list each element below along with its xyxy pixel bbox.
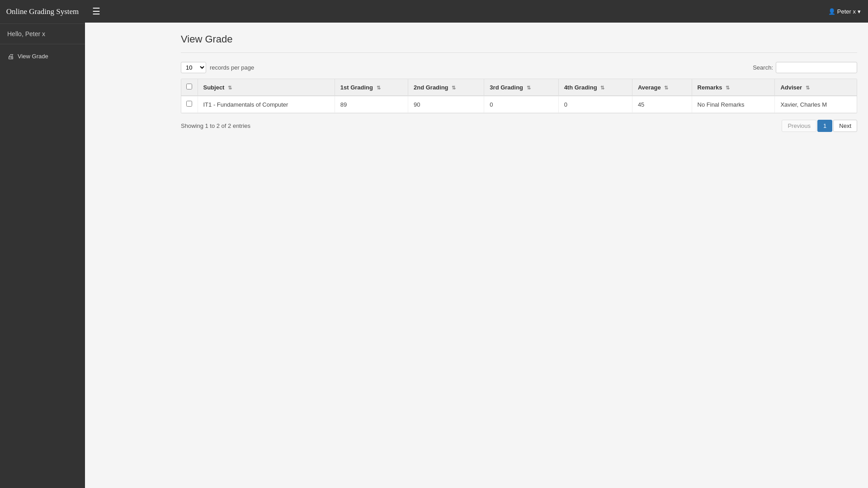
records-per-page-group: 10 25 50 100 records per page [181,62,254,73]
search-input[interactable] [776,62,857,73]
page-title: View Grade [181,33,857,45]
select-all-checkbox[interactable] [186,84,192,89]
sort-icon-grading4: ⇅ [600,85,604,90]
col-grading2-label: 2nd Grading [414,84,448,91]
cell-average: 45 [632,96,692,113]
col-subject[interactable]: Subject ⇅ [198,79,335,96]
table-body: IT1 - Fundamentals of Computer 89 90 0 0… [181,96,857,113]
row-checkbox[interactable] [186,101,192,107]
cell-subject: IT1 - Fundamentals of Computer [198,96,335,113]
col-grading3-label: 3rd Grading [490,84,523,91]
sort-icon-grading2: ⇅ [452,85,456,90]
col-grading2[interactable]: 2nd Grading ⇅ [408,79,484,96]
next-button[interactable]: Next [833,120,857,132]
sidebar: Online Grading System Hello, Peter x 🖨 V… [0,0,85,488]
sort-icon-average: ⇅ [664,85,668,90]
cell-grading3: 0 [484,96,558,113]
table-row: IT1 - Fundamentals of Computer 89 90 0 0… [181,96,857,113]
sidebar-greeting: Hello, Peter x [0,24,85,44]
col-adviser-label: Adviser [780,84,802,91]
pagination-showing: Showing 1 to 2 of 2 entries [181,122,250,129]
sort-icon-grading1: ⇅ [377,85,381,90]
col-remarks[interactable]: Remarks ⇅ [692,79,775,96]
sort-icon-grading3: ⇅ [527,85,531,90]
page-divider [181,52,857,53]
topbar: ☰ 👤 Peter x ▾ [85,0,868,23]
brand-logo: Online Grading System [0,0,85,24]
sidebar-item-view-grade[interactable]: 🖨 View Grade [0,48,85,65]
sort-icon-subject: ⇅ [228,85,232,90]
col-subject-label: Subject [203,84,225,91]
col-grading1-label: 1st Grading [340,84,373,91]
user-icon: 👤 [828,8,835,15]
search-group: Search: [753,62,857,73]
col-grading4[interactable]: 4th Grading ⇅ [558,79,632,96]
cell-grading2: 90 [408,96,484,113]
records-per-page-label: records per page [210,64,254,71]
pagination-row: Showing 1 to 2 of 2 entries Previous 1 N… [181,120,857,132]
controls-row: 10 25 50 100 records per page Search: [181,62,857,73]
sort-icon-remarks: ⇅ [726,85,730,90]
pagination-buttons: Previous 1 Next [782,120,857,132]
sort-icon-adviser: ⇅ [806,85,810,90]
col-remarks-label: Remarks [698,84,722,91]
col-grading3[interactable]: 3rd Grading ⇅ [484,79,558,96]
cell-adviser: Xavier, Charles M [775,96,857,113]
header-checkbox-cell [181,79,198,96]
user-label: Peter x [837,8,856,15]
grade-table-wrapper: Subject ⇅ 1st Grading ⇅ 2nd Grading ⇅ 3r… [181,79,857,113]
print-icon: 🖨 [7,52,14,60]
col-adviser[interactable]: Adviser ⇅ [775,79,857,96]
cell-grading1: 89 [335,96,408,113]
grade-table: Subject ⇅ 1st Grading ⇅ 2nd Grading ⇅ 3r… [181,79,857,113]
page-1-button[interactable]: 1 [817,120,832,132]
records-per-page-select[interactable]: 10 25 50 100 [181,62,206,73]
dropdown-icon: ▾ [858,8,861,15]
col-grading1[interactable]: 1st Grading ⇅ [335,79,408,96]
col-average-label: Average [638,84,661,91]
table-header-row: Subject ⇅ 1st Grading ⇅ 2nd Grading ⇅ 3r… [181,79,857,96]
sidebar-item-label: View Grade [18,53,48,60]
cell-grading4: 0 [558,96,632,113]
col-average[interactable]: Average ⇅ [632,79,692,96]
user-menu[interactable]: 👤 Peter x ▾ [828,8,861,15]
cell-remarks: No Final Remarks [692,96,775,113]
hamburger-icon[interactable]: ☰ [92,6,100,17]
sidebar-nav: 🖨 View Grade [0,44,85,65]
row-checkbox-cell [181,96,198,113]
main-content: View Grade 10 25 50 100 records per page… [170,23,868,488]
search-label: Search: [753,64,773,71]
previous-button[interactable]: Previous [782,120,816,132]
col-grading4-label: 4th Grading [564,84,597,91]
